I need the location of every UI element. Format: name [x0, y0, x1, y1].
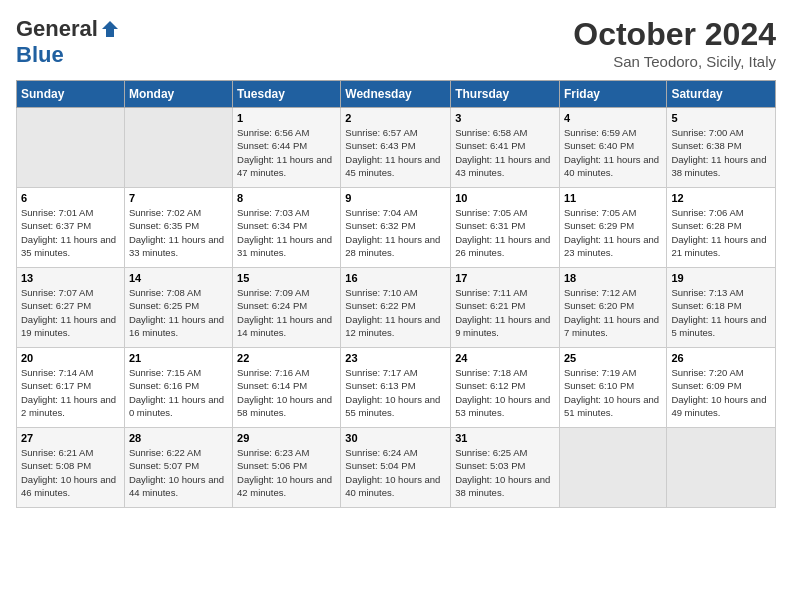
day-number: 15	[237, 272, 336, 284]
calendar-cell: 5Sunrise: 7:00 AM Sunset: 6:38 PM Daylig…	[667, 108, 776, 188]
calendar-cell: 4Sunrise: 6:59 AM Sunset: 6:40 PM Daylig…	[559, 108, 666, 188]
day-number: 5	[671, 112, 771, 124]
calendar-cell: 29Sunrise: 6:23 AM Sunset: 5:06 PM Dayli…	[233, 428, 341, 508]
day-detail: Sunrise: 7:06 AM Sunset: 6:28 PM Dayligh…	[671, 206, 771, 259]
day-number: 13	[21, 272, 120, 284]
page-header: General Blue October 2024 San Teodoro, S…	[16, 16, 776, 70]
location-subtitle: San Teodoro, Sicily, Italy	[573, 53, 776, 70]
calendar-cell: 28Sunrise: 6:22 AM Sunset: 5:07 PM Dayli…	[124, 428, 232, 508]
day-detail: Sunrise: 7:00 AM Sunset: 6:38 PM Dayligh…	[671, 126, 771, 179]
svg-marker-0	[102, 21, 118, 37]
day-number: 25	[564, 352, 662, 364]
day-number: 24	[455, 352, 555, 364]
day-number: 18	[564, 272, 662, 284]
day-detail: Sunrise: 7:11 AM Sunset: 6:21 PM Dayligh…	[455, 286, 555, 339]
calendar-cell	[667, 428, 776, 508]
day-detail: Sunrise: 7:16 AM Sunset: 6:14 PM Dayligh…	[237, 366, 336, 419]
day-number: 27	[21, 432, 120, 444]
calendar-week-row: 6Sunrise: 7:01 AM Sunset: 6:37 PM Daylig…	[17, 188, 776, 268]
calendar-cell: 30Sunrise: 6:24 AM Sunset: 5:04 PM Dayli…	[341, 428, 451, 508]
day-number: 12	[671, 192, 771, 204]
day-detail: Sunrise: 6:56 AM Sunset: 6:44 PM Dayligh…	[237, 126, 336, 179]
day-number: 1	[237, 112, 336, 124]
day-of-week-header: Monday	[124, 81, 232, 108]
calendar-table: SundayMondayTuesdayWednesdayThursdayFrid…	[16, 80, 776, 508]
day-number: 11	[564, 192, 662, 204]
day-of-week-header: Tuesday	[233, 81, 341, 108]
calendar-week-row: 13Sunrise: 7:07 AM Sunset: 6:27 PM Dayli…	[17, 268, 776, 348]
calendar-cell: 11Sunrise: 7:05 AM Sunset: 6:29 PM Dayli…	[559, 188, 666, 268]
day-detail: Sunrise: 7:03 AM Sunset: 6:34 PM Dayligh…	[237, 206, 336, 259]
logo: General Blue	[16, 16, 120, 68]
day-number: 31	[455, 432, 555, 444]
day-detail: Sunrise: 6:57 AM Sunset: 6:43 PM Dayligh…	[345, 126, 446, 179]
day-of-week-header: Thursday	[451, 81, 560, 108]
calendar-cell: 3Sunrise: 6:58 AM Sunset: 6:41 PM Daylig…	[451, 108, 560, 188]
day-detail: Sunrise: 7:05 AM Sunset: 6:29 PM Dayligh…	[564, 206, 662, 259]
calendar-cell: 6Sunrise: 7:01 AM Sunset: 6:37 PM Daylig…	[17, 188, 125, 268]
day-detail: Sunrise: 7:17 AM Sunset: 6:13 PM Dayligh…	[345, 366, 446, 419]
month-title: October 2024	[573, 16, 776, 53]
calendar-cell: 13Sunrise: 7:07 AM Sunset: 6:27 PM Dayli…	[17, 268, 125, 348]
day-detail: Sunrise: 7:10 AM Sunset: 6:22 PM Dayligh…	[345, 286, 446, 339]
calendar-cell: 27Sunrise: 6:21 AM Sunset: 5:08 PM Dayli…	[17, 428, 125, 508]
logo-blue-text: Blue	[16, 42, 64, 67]
calendar-cell: 14Sunrise: 7:08 AM Sunset: 6:25 PM Dayli…	[124, 268, 232, 348]
day-number: 4	[564, 112, 662, 124]
day-detail: Sunrise: 6:24 AM Sunset: 5:04 PM Dayligh…	[345, 446, 446, 499]
day-number: 21	[129, 352, 228, 364]
day-detail: Sunrise: 7:07 AM Sunset: 6:27 PM Dayligh…	[21, 286, 120, 339]
day-detail: Sunrise: 7:14 AM Sunset: 6:17 PM Dayligh…	[21, 366, 120, 419]
logo-general-text: General	[16, 16, 98, 42]
day-detail: Sunrise: 7:01 AM Sunset: 6:37 PM Dayligh…	[21, 206, 120, 259]
calendar-cell: 19Sunrise: 7:13 AM Sunset: 6:18 PM Dayli…	[667, 268, 776, 348]
day-number: 17	[455, 272, 555, 284]
calendar-cell	[17, 108, 125, 188]
day-detail: Sunrise: 7:20 AM Sunset: 6:09 PM Dayligh…	[671, 366, 771, 419]
day-number: 14	[129, 272, 228, 284]
day-of-week-header: Saturday	[667, 81, 776, 108]
calendar-cell: 10Sunrise: 7:05 AM Sunset: 6:31 PM Dayli…	[451, 188, 560, 268]
day-number: 30	[345, 432, 446, 444]
day-detail: Sunrise: 6:25 AM Sunset: 5:03 PM Dayligh…	[455, 446, 555, 499]
day-number: 10	[455, 192, 555, 204]
day-detail: Sunrise: 6:23 AM Sunset: 5:06 PM Dayligh…	[237, 446, 336, 499]
day-detail: Sunrise: 6:22 AM Sunset: 5:07 PM Dayligh…	[129, 446, 228, 499]
calendar-week-row: 1Sunrise: 6:56 AM Sunset: 6:44 PM Daylig…	[17, 108, 776, 188]
calendar-cell: 22Sunrise: 7:16 AM Sunset: 6:14 PM Dayli…	[233, 348, 341, 428]
day-number: 22	[237, 352, 336, 364]
calendar-cell	[559, 428, 666, 508]
day-of-week-header: Sunday	[17, 81, 125, 108]
calendar-cell: 23Sunrise: 7:17 AM Sunset: 6:13 PM Dayli…	[341, 348, 451, 428]
day-number: 28	[129, 432, 228, 444]
calendar-cell: 2Sunrise: 6:57 AM Sunset: 6:43 PM Daylig…	[341, 108, 451, 188]
day-detail: Sunrise: 7:15 AM Sunset: 6:16 PM Dayligh…	[129, 366, 228, 419]
day-detail: Sunrise: 7:19 AM Sunset: 6:10 PM Dayligh…	[564, 366, 662, 419]
day-number: 3	[455, 112, 555, 124]
calendar-cell: 16Sunrise: 7:10 AM Sunset: 6:22 PM Dayli…	[341, 268, 451, 348]
day-number: 2	[345, 112, 446, 124]
calendar-cell: 25Sunrise: 7:19 AM Sunset: 6:10 PM Dayli…	[559, 348, 666, 428]
day-number: 26	[671, 352, 771, 364]
day-of-week-header: Wednesday	[341, 81, 451, 108]
day-detail: Sunrise: 7:08 AM Sunset: 6:25 PM Dayligh…	[129, 286, 228, 339]
day-number: 20	[21, 352, 120, 364]
calendar-cell: 15Sunrise: 7:09 AM Sunset: 6:24 PM Dayli…	[233, 268, 341, 348]
day-detail: Sunrise: 6:58 AM Sunset: 6:41 PM Dayligh…	[455, 126, 555, 179]
day-number: 23	[345, 352, 446, 364]
day-detail: Sunrise: 7:09 AM Sunset: 6:24 PM Dayligh…	[237, 286, 336, 339]
day-detail: Sunrise: 6:21 AM Sunset: 5:08 PM Dayligh…	[21, 446, 120, 499]
day-number: 6	[21, 192, 120, 204]
logo-icon	[100, 19, 120, 39]
calendar-cell: 12Sunrise: 7:06 AM Sunset: 6:28 PM Dayli…	[667, 188, 776, 268]
day-number: 7	[129, 192, 228, 204]
calendar-cell: 1Sunrise: 6:56 AM Sunset: 6:44 PM Daylig…	[233, 108, 341, 188]
day-number: 29	[237, 432, 336, 444]
day-detail: Sunrise: 7:18 AM Sunset: 6:12 PM Dayligh…	[455, 366, 555, 419]
calendar-header-row: SundayMondayTuesdayWednesdayThursdayFrid…	[17, 81, 776, 108]
day-detail: Sunrise: 7:04 AM Sunset: 6:32 PM Dayligh…	[345, 206, 446, 259]
calendar-cell: 7Sunrise: 7:02 AM Sunset: 6:35 PM Daylig…	[124, 188, 232, 268]
day-number: 9	[345, 192, 446, 204]
calendar-week-row: 20Sunrise: 7:14 AM Sunset: 6:17 PM Dayli…	[17, 348, 776, 428]
calendar-cell: 17Sunrise: 7:11 AM Sunset: 6:21 PM Dayli…	[451, 268, 560, 348]
